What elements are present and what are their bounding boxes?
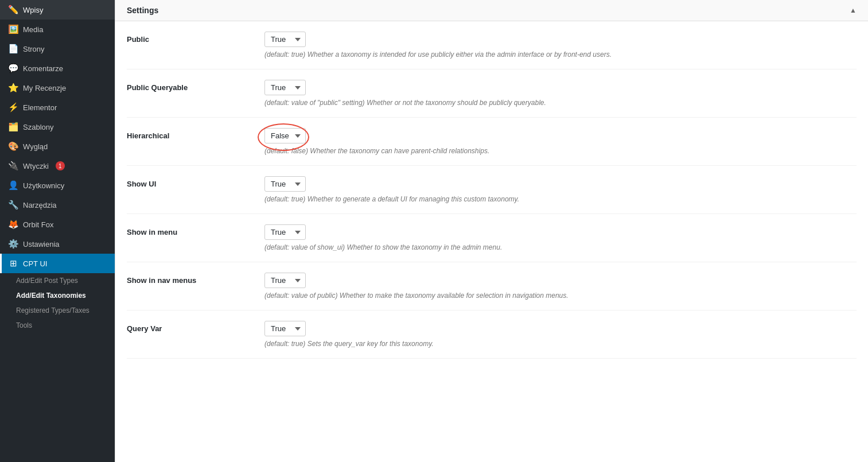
setting-description-show-in-menu: (default: value of show_ui) Whether to s…	[264, 243, 857, 251]
sidebar-item-strony[interactable]: 📄Strony	[0, 39, 115, 59]
sidebar-subitem-add-edit-post-types[interactable]: Add/Edit Post Types	[0, 273, 115, 288]
sidebar-item-orbit-fox[interactable]: 🦊Orbit Fox	[0, 215, 115, 234]
elementor-icon: ⚡	[8, 102, 18, 112]
hierarchical-wrapper: FalseTrue	[264, 128, 306, 143]
sidebar-label-wyglad: Wygląd	[23, 142, 48, 151]
sidebar-label-elementor: Elementor	[23, 103, 57, 112]
setting-description-show-in-nav-menus: (default: value of public) Whether to ma…	[264, 292, 857, 300]
strony-icon: 📄	[8, 44, 18, 54]
main-content: Settings ▲ PublicTrueFalse(default: true…	[115, 0, 868, 462]
badge-wtyczki: 1	[56, 161, 65, 170]
sidebar-label-strony: Strony	[23, 45, 45, 53]
setting-control-hierarchical: FalseTrue(default: false) Whether the ta…	[264, 128, 857, 155]
sidebar-item-wtyczki[interactable]: 🔌Wtyczki1	[0, 156, 115, 176]
orbit-fox-icon: 🦊	[8, 219, 18, 230]
select-query-var[interactable]: TrueFalse	[264, 321, 306, 336]
szablony-icon: 🗂️	[8, 122, 18, 132]
setting-row-show-ui: Show UITrueFalse(default: true) Whether …	[127, 166, 857, 214]
sidebar-item-wyglad[interactable]: 🎨Wygląd	[0, 137, 115, 156]
cpt-ui-icon: ⊞	[8, 258, 18, 269]
setting-row-query-var: Query VarTrueFalse(default: true) Sets t…	[127, 310, 857, 359]
sidebar-label-szablony: Szablony	[23, 123, 53, 131]
sidebar-label-cpt-ui: CPT UI	[23, 259, 47, 268]
narzedzia-icon: 🔧	[8, 200, 18, 210]
setting-row-public: PublicTrueFalse(default: true) Whether a…	[127, 21, 857, 69]
my-recenzje-icon: ⭐	[8, 83, 18, 93]
sidebar-item-uzytkownicy[interactable]: 👤Użytkownicy	[0, 176, 115, 195]
sidebar-label-wtyczki: Wtyczki	[23, 162, 49, 170]
sidebar: ✏️Wpisy🖼️Media📄Strony💬Komentarze⭐My Rece…	[0, 0, 115, 462]
uzytkownicy-icon: 👤	[8, 180, 18, 191]
sidebar-item-wpisy[interactable]: ✏️Wpisy	[0, 0, 115, 20]
sidebar-item-cpt-ui[interactable]: ⊞CPT UI	[0, 254, 115, 273]
settings-header: Settings ▲	[115, 0, 868, 21]
settings-body: PublicTrueFalse(default: true) Whether a…	[115, 21, 868, 359]
media-icon: 🖼️	[8, 24, 18, 34]
setting-row-show-in-nav-menus: Show in nav menusTrueFalse(default: valu…	[127, 262, 857, 310]
select-public-queryable[interactable]: TrueFalse	[264, 80, 306, 95]
setting-description-public: (default: true) Whether a taxonomy is in…	[264, 51, 857, 59]
sidebar-subitem-tools[interactable]: Tools	[0, 318, 115, 333]
sidebar-item-media[interactable]: 🖼️Media	[0, 20, 115, 39]
sidebar-item-komentarze[interactable]: 💬Komentarze	[0, 59, 115, 78]
sidebar-subitem-add-edit-taxonomies[interactable]: Add/Edit Taxonomies	[0, 288, 115, 303]
sidebar-label-uzytkownicy: Użytkownicy	[23, 181, 64, 190]
setting-control-public: TrueFalse(default: true) Whether a taxon…	[264, 32, 857, 59]
select-hierarchical[interactable]: FalseTrue	[264, 128, 306, 143]
sidebar-item-szablony[interactable]: 🗂️Szablony	[0, 117, 115, 137]
setting-label-show-in-nav-menus: Show in nav menus	[127, 273, 253, 285]
wtyczki-icon: 🔌	[8, 161, 18, 171]
select-show-in-nav-menus[interactable]: TrueFalse	[264, 273, 306, 288]
ustawienia-icon: ⚙️	[8, 239, 18, 249]
setting-control-public-queryable: TrueFalse(default: value of "public" set…	[264, 80, 857, 107]
setting-description-public-queryable: (default: value of "public" setting) Whe…	[264, 99, 857, 107]
setting-label-show-in-menu: Show in menu	[127, 224, 253, 236]
wpisy-icon: ✏️	[8, 5, 18, 15]
wyglad-icon: 🎨	[8, 141, 18, 152]
select-public[interactable]: TrueFalse	[264, 32, 306, 47]
sidebar-item-ustawienia[interactable]: ⚙️Ustawienia	[0, 234, 115, 254]
sidebar-label-ustawienia: Ustawienia	[23, 240, 60, 249]
sidebar-item-my-recenzje[interactable]: ⭐My Recenzje	[0, 78, 115, 98]
setting-label-hierarchical: Hierarchical	[127, 128, 253, 140]
collapse-icon[interactable]: ▲	[850, 6, 857, 14]
setting-label-query-var: Query Var	[127, 321, 253, 333]
setting-label-public-queryable: Public Queryable	[127, 80, 253, 92]
setting-description-hierarchical: (default: false) Whether the taxonomy ca…	[264, 147, 857, 155]
select-show-in-menu[interactable]: TrueFalse	[264, 224, 306, 240]
setting-description-query-var: (default: true) Sets the query_var key f…	[264, 340, 857, 348]
setting-row-hierarchical: HierarchicalFalseTrue(default: false) Wh…	[127, 118, 857, 166]
sidebar-label-orbit-fox: Orbit Fox	[23, 220, 53, 229]
setting-control-show-ui: TrueFalse(default: true) Whether to gene…	[264, 176, 857, 203]
komentarze-icon: 💬	[8, 63, 18, 73]
setting-label-public: Public	[127, 32, 253, 44]
setting-control-query-var: TrueFalse(default: true) Sets the query_…	[264, 321, 857, 348]
sidebar-label-media: Media	[23, 25, 43, 34]
sidebar-item-narzedzia[interactable]: 🔧Narzędzia	[0, 195, 115, 215]
setting-description-show-ui: (default: true) Whether to generate a de…	[264, 195, 857, 203]
sidebar-label-my-recenzje: My Recenzje	[23, 84, 66, 92]
sidebar-items-container: ✏️Wpisy🖼️Media📄Strony💬Komentarze⭐My Rece…	[0, 0, 115, 333]
sidebar-label-narzedzia: Narzędzia	[23, 201, 57, 209]
sidebar-subitem-registered-types[interactable]: Registered Types/Taxes	[0, 303, 115, 318]
sidebar-item-elementor[interactable]: ⚡Elementor	[0, 98, 115, 117]
setting-row-public-queryable: Public QueryableTrueFalse(default: value…	[127, 69, 857, 118]
setting-control-show-in-nav-menus: TrueFalse(default: value of public) Whet…	[264, 273, 857, 300]
select-show-ui[interactable]: TrueFalse	[264, 176, 306, 192]
settings-title: Settings	[127, 6, 158, 15]
sidebar-label-komentarze: Komentarze	[23, 64, 63, 73]
setting-control-show-in-menu: TrueFalse(default: value of show_ui) Whe…	[264, 224, 857, 251]
sidebar-label-wpisy: Wpisy	[23, 6, 43, 14]
setting-label-show-ui: Show UI	[127, 176, 253, 188]
setting-row-show-in-menu: Show in menuTrueFalse(default: value of …	[127, 214, 857, 262]
